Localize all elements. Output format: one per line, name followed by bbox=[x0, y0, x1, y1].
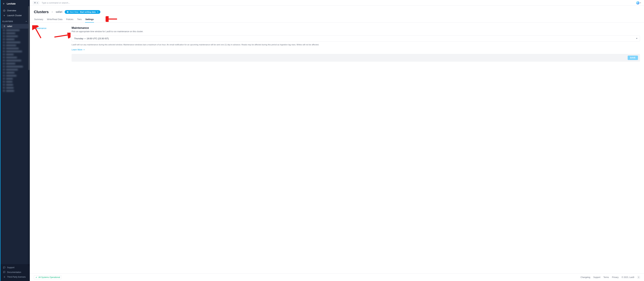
cluster-item-redacted bbox=[1, 77, 28, 80]
search-input[interactable] bbox=[42, 2, 634, 4]
cluster-item-redacted bbox=[1, 41, 28, 44]
next-step-button[interactable]: Next Step: Start writing data bbox=[65, 10, 100, 14]
plus-icon bbox=[3, 14, 6, 17]
breadcrumb: Clusters safari Next Step: Start writing… bbox=[34, 10, 640, 14]
nav-documentation[interactable]: Documentation bbox=[1, 270, 28, 274]
cluster-item-redacted bbox=[1, 71, 28, 74]
list-icon bbox=[3, 25, 6, 28]
tab-tiers[interactable]: Tiers bbox=[77, 16, 82, 22]
tab-policies[interactable]: Policies bbox=[66, 16, 74, 22]
save-button[interactable]: SAVE bbox=[628, 56, 638, 60]
nav-overview-label: Overview bbox=[7, 9, 16, 12]
cluster-item-redacted bbox=[1, 47, 28, 50]
sidebar: Levitate Overview Launch Cluster CLUSTER… bbox=[0, 0, 30, 281]
main: ⌘ K ▾ Clusters safari Next Step: Start bbox=[30, 0, 644, 281]
next-step-action: Start writing data bbox=[80, 11, 96, 13]
user-menu[interactable]: ▾ bbox=[636, 1, 641, 4]
sidebar-section-label: CLUSTERS bbox=[2, 20, 13, 22]
sidebar-scrollbar[interactable] bbox=[28, 6, 30, 266]
nav-support[interactable]: Support bbox=[1, 265, 28, 270]
cluster-item-redacted bbox=[1, 80, 28, 83]
nav-launch-label: Launch Cluster bbox=[7, 14, 22, 17]
book-icon bbox=[3, 271, 6, 274]
footer-privacy[interactable]: Privacy bbox=[612, 276, 618, 278]
footer-copyright: © 2023, Last9 bbox=[622, 276, 634, 278]
select-value: Thursday — 18:00 UTC (23:30 IST) bbox=[74, 37, 109, 40]
settings-nav-maintenance[interactable]: Maintenance bbox=[34, 26, 68, 30]
arrow-right-icon bbox=[97, 11, 98, 13]
brand-badge: 9 bbox=[637, 276, 640, 279]
maintenance-window-select[interactable]: Thursday — 18:00 UTC (23:30 IST) bbox=[72, 36, 640, 42]
tab-settings[interactable]: Settings bbox=[85, 16, 94, 22]
cluster-item-redacted bbox=[1, 56, 28, 59]
maintenance-panel: Maintenance Pick an appropriate time win… bbox=[72, 26, 640, 62]
cluster-item-redacted bbox=[1, 29, 28, 32]
tab-write-read[interactable]: Write/Read Data bbox=[46, 16, 63, 22]
brand-header[interactable]: Levitate bbox=[0, 0, 30, 8]
svg-point-1 bbox=[67, 12, 68, 13]
system-status-label: All Systems Operational bbox=[38, 276, 60, 278]
avatar bbox=[636, 1, 640, 4]
back-arrow-icon bbox=[3, 2, 5, 5]
footer-support[interactable]: Support bbox=[593, 276, 600, 278]
nav-documentation-label: Documentation bbox=[7, 271, 21, 274]
next-step-label: Next Step: bbox=[70, 11, 79, 13]
cluster-item-redacted bbox=[1, 68, 28, 71]
settings-subnav: Maintenance bbox=[34, 26, 68, 62]
cluster-item-redacted bbox=[1, 35, 28, 38]
brand-name: Levitate bbox=[7, 2, 16, 5]
cluster-item-label: safari bbox=[7, 25, 12, 28]
learn-more-label: Learn More bbox=[72, 48, 82, 51]
shortcut-mod: ⌘ bbox=[34, 2, 36, 4]
footer-terms[interactable]: Terms bbox=[604, 276, 609, 278]
sidebar-section-clusters[interactable]: CLUSTERS bbox=[0, 18, 30, 24]
chevron-up-icon bbox=[25, 20, 28, 22]
topbar: ⌘ K ▾ bbox=[30, 0, 644, 6]
nav-overview[interactable]: Overview bbox=[1, 8, 28, 13]
cluster-item-redacted bbox=[1, 74, 28, 77]
nav-support-label: Support bbox=[7, 266, 14, 269]
bulb-icon bbox=[67, 11, 69, 13]
chat-icon bbox=[3, 266, 6, 269]
external-link-icon bbox=[83, 49, 85, 51]
cluster-item-safari[interactable]: safari bbox=[1, 24, 28, 29]
system-status[interactable]: All Systems Operational bbox=[34, 275, 62, 279]
shortcut-key: K bbox=[37, 2, 38, 4]
cluster-item-redacted bbox=[1, 86, 28, 89]
cluster-item-redacted bbox=[1, 50, 28, 53]
cluster-item-redacted bbox=[1, 65, 28, 68]
cluster-item-redacted bbox=[1, 89, 28, 92]
cluster-item-redacted bbox=[1, 32, 28, 35]
cluster-list: safari bbox=[0, 24, 30, 264]
breadcrumb-root[interactable]: Clusters bbox=[34, 10, 49, 14]
panel-subtitle: Pick an appropriate time window for Last… bbox=[72, 30, 640, 33]
gauge-icon bbox=[3, 10, 6, 12]
panel-title: Maintenance bbox=[72, 26, 640, 30]
check-icon bbox=[35, 276, 38, 278]
cluster-item-redacted bbox=[1, 83, 28, 86]
tab-summary[interactable]: Summary bbox=[34, 16, 44, 22]
chevron-down-icon: ▾ bbox=[640, 2, 641, 4]
learn-more-link[interactable]: Learn More bbox=[72, 48, 85, 51]
footer-changelog[interactable]: Changelog bbox=[580, 276, 590, 278]
chevron-right-icon bbox=[51, 11, 54, 13]
list-icon bbox=[3, 276, 6, 278]
footer: All Systems Operational Changelog Suppor… bbox=[30, 274, 644, 281]
nav-licenses[interactable]: Third-Party licenses bbox=[1, 274, 28, 279]
save-bar: SAVE bbox=[72, 54, 640, 62]
command-shortcut: ⌘ K bbox=[33, 1, 39, 4]
cluster-item-redacted bbox=[1, 38, 28, 41]
nav-launch-cluster[interactable]: Launch Cluster bbox=[1, 13, 28, 18]
cluster-item-redacted bbox=[1, 44, 28, 47]
breadcrumb-leaf: safari bbox=[56, 10, 62, 14]
cluster-item-redacted bbox=[1, 62, 28, 65]
panel-help-text: Last9 will run any maintenance during th… bbox=[72, 43, 640, 46]
cluster-item-redacted bbox=[1, 53, 28, 56]
chevron-down-icon bbox=[636, 38, 638, 39]
nav-licenses-label: Third-Party licenses bbox=[7, 276, 26, 278]
cluster-item-redacted bbox=[1, 59, 28, 62]
tabs: Summary Write/Read Data Policies Tiers S… bbox=[30, 16, 644, 22]
